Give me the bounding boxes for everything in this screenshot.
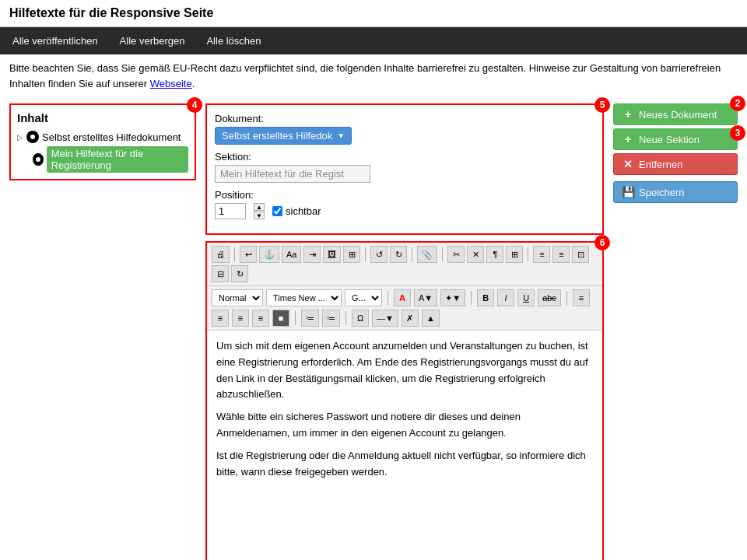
align-left-button[interactable]: ≡ (533, 246, 550, 263)
notice-text-1: Bitte beachten Sie, dass Sie gemäß EU-Re… (9, 62, 721, 89)
source-button[interactable]: ↻ (231, 265, 248, 282)
format-select[interactable]: Normal (212, 289, 263, 306)
right-panel: 2 3 + Neues Dokument + Neue Sektion ✕ En… (613, 103, 738, 203)
underline-button[interactable]: U (517, 289, 535, 306)
notice-area: Bitte beachten Sie, dass Sie gemäß EU-Re… (0, 54, 747, 97)
document-select-row: Selbst erstelltes Hilfedok ▼ (215, 127, 594, 145)
eye-icon-root (26, 131, 39, 143)
new-document-label: Neues Dokument (639, 109, 717, 121)
anchor-button[interactable]: ⚓ (259, 246, 279, 263)
justify-button[interactable]: ≡ (252, 310, 269, 327)
table-button[interactable]: ⊞ (343, 246, 360, 263)
undo2-button[interactable]: ↺ (370, 246, 388, 263)
tree-child-item[interactable]: Mein Hilfetext für die Registrierung (33, 146, 188, 173)
publish-all-button[interactable]: Alle veröffentlichen (9, 33, 101, 48)
section-input[interactable] (215, 165, 370, 183)
page-header: Hilfetexte für die Responsive Seite (0, 0, 747, 27)
spinner-down-button[interactable]: ▼ (254, 212, 265, 219)
copy-button[interactable]: ⊞ (506, 246, 523, 263)
remove-button[interactable]: ✕ Entfernen (613, 153, 738, 175)
plus-icon-sec: + (622, 133, 634, 145)
position-input[interactable] (215, 203, 246, 219)
editor-content[interactable]: Um sich mit dem eigenen Account anzumeld… (207, 331, 602, 560)
cut-button[interactable]: ¶ (486, 246, 503, 263)
print-button[interactable]: 🖨 (212, 246, 230, 263)
align-c-button[interactable]: ≡ (212, 310, 229, 327)
clean-button[interactable]: ✂ (447, 246, 465, 263)
save-icon: 💾 (622, 186, 634, 198)
list-ol-button[interactable]: ≔ (322, 310, 340, 327)
separator-5 (528, 247, 528, 261)
document-select-value: Selbst erstelltes Hilfedok (222, 130, 332, 142)
spinner-up-button[interactable]: ▲ (254, 203, 265, 211)
bold-button[interactable]: B (477, 289, 494, 306)
align-right-button[interactable]: ⊡ (572, 246, 589, 263)
blocks-button[interactable]: ⊟ (212, 265, 229, 282)
badge-4: 4 (187, 97, 202, 113)
notice-text-2: . (192, 78, 195, 89)
tree-root-item[interactable]: ▷ Selbst erstelltes Hilfedokument (17, 131, 188, 143)
list-ul-button[interactable]: ≔ (301, 310, 319, 327)
delete-all-button[interactable]: Alle löschen (203, 33, 264, 48)
tree-child-label: Mein Hilfetext für die Registrierung (47, 146, 188, 173)
symbol-button[interactable]: Ω (352, 310, 369, 327)
right-buttons-wrap: 2 3 + Neues Dokument + Neue Sektion ✕ En… (613, 103, 738, 203)
more-format-button[interactable]: ✦▼ (440, 289, 465, 306)
align-l-button[interactable]: ≡ (573, 289, 590, 306)
highlight-button[interactable]: A▼ (414, 289, 437, 306)
font-select[interactable]: Times New ... (266, 289, 342, 306)
visible-checkbox[interactable] (272, 206, 282, 216)
italic-button[interactable]: I (497, 289, 514, 306)
notice-link[interactable]: Webseite (150, 78, 192, 89)
left-panel-title: Inhalt (17, 111, 188, 124)
section-label: Sektion: (215, 151, 594, 163)
image-button[interactable]: 🖼 (323, 246, 341, 263)
separator-7 (471, 291, 472, 305)
position-spinners: ▲ ▼ (254, 203, 265, 219)
badge-3: 3 (730, 125, 745, 141)
undo-button[interactable]: ↩ (240, 246, 257, 263)
visible-label: sichtbar (286, 205, 321, 217)
format-button[interactable]: Aa (282, 246, 301, 263)
dropdown-arrow-icon: ▼ (337, 131, 345, 140)
redo-button[interactable]: ↻ (390, 246, 407, 263)
remove-label: Entfernen (639, 159, 682, 170)
dash-button[interactable]: —▼ (372, 310, 398, 327)
size-select[interactable]: G... (345, 289, 382, 306)
align-r-button[interactable]: ≡ (232, 310, 249, 327)
document-field: Dokument: Selbst erstelltes Hilfedok ▼ (215, 113, 594, 145)
separator-2 (365, 247, 366, 261)
editor-para-2: Wähle bitte ein sicheres Passwort und no… (216, 409, 593, 442)
new-section-button[interactable]: + Neue Sektion (613, 128, 738, 150)
new-document-button[interactable]: + Neues Dokument (613, 103, 738, 125)
editor-para-1: Um sich mit dem eigenen Account anzumeld… (216, 338, 593, 403)
visible-checkbox-row: sichtbar (272, 205, 321, 217)
badge-6: 6 (594, 235, 610, 250)
save-button[interactable]: 💾 Speichern (613, 181, 738, 203)
main-content: 4 Inhalt ▷ Selbst erstelltes Hilfedokume… (0, 97, 747, 560)
insert-button[interactable]: 📎 (417, 246, 437, 263)
separator-3 (412, 247, 412, 261)
clear-button[interactable]: ✗ (402, 310, 419, 327)
center-panel: 5 Dokument: Selbst erstelltes Hilfedok ▼… (205, 103, 604, 560)
document-select[interactable]: Selbst erstelltes Hilfedok ▼ (215, 127, 352, 145)
hide-all-button[interactable]: Alle verbergen (117, 33, 188, 48)
special-button[interactable]: ▲ (422, 310, 440, 327)
block-button[interactable]: ■ (272, 310, 289, 327)
separator-1 (234, 247, 235, 261)
editor-area: 6 🖨 ↩ ⚓ Aa ⇥ 🖼 ⊞ ↺ ↻ 📎 ✂ ✕ ¶ ⊞ (205, 241, 604, 560)
editor-toolbar-1: 🖨 ↩ ⚓ Aa ⇥ 🖼 ⊞ ↺ ↻ 📎 ✂ ✕ ¶ ⊞ ≡ ≡ (207, 243, 602, 286)
separator-8 (566, 291, 567, 305)
doc-section-area: 5 Dokument: Selbst erstelltes Hilfedok ▼… (205, 103, 604, 235)
position-row: ▲ ▼ sichtbar (215, 203, 594, 219)
main-toolbar: Alle veröffentlichen Alle verbergen Alle… (0, 27, 747, 54)
editor-toolbar-2: Normal Times New ... G... A A▼ ✦▼ B I U … (207, 286, 602, 331)
x-button[interactable]: ✕ (467, 246, 484, 263)
font-color-button[interactable]: A (394, 289, 411, 306)
align-center-button[interactable]: ≡ (552, 246, 570, 263)
page-title: Hilfetexte für die Responsive Seite (9, 6, 738, 20)
strikethrough-button[interactable]: abc (538, 289, 561, 306)
badge-2: 2 (730, 96, 745, 111)
separator-10 (345, 311, 346, 325)
indent-button[interactable]: ⇥ (303, 246, 321, 263)
